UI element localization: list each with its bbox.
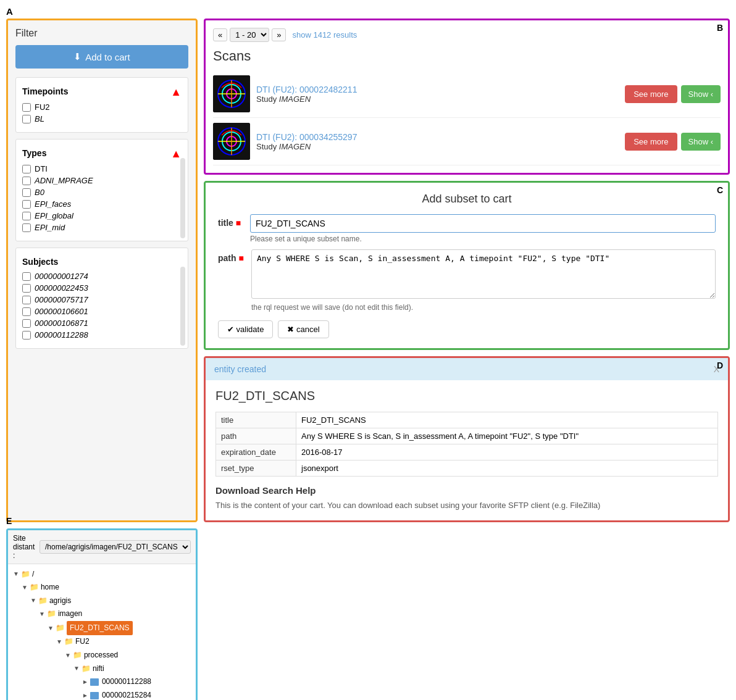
path-hint: the rql request we will save (do not edi… bbox=[251, 303, 716, 312]
download-title: Download Search Help bbox=[215, 485, 718, 496]
type-epi-global-row: EPI_global bbox=[22, 211, 182, 220]
subject-6-row: 000000112288 bbox=[22, 330, 182, 340]
tree-item-agrigis[interactable]: ▼ 📁 agrigis bbox=[13, 594, 191, 608]
agrigis-folder-icon: 📁 bbox=[38, 594, 48, 608]
subject-4-checkbox[interactable] bbox=[22, 307, 31, 316]
home-arrow: ▼ bbox=[22, 582, 28, 593]
file-1-icon bbox=[90, 678, 99, 686]
tree-item-file-2[interactable]: ► 000000215284 bbox=[13, 689, 191, 700]
type-epi-faces-checkbox[interactable] bbox=[22, 200, 31, 209]
form-actions: ✔ validate ✖ cancel bbox=[218, 320, 716, 338]
path-form-row: path ■ Any S WHERE S is Scan, S in_asses… bbox=[218, 249, 716, 312]
scans-title: Scans bbox=[213, 48, 721, 64]
type-b0-checkbox[interactable] bbox=[22, 188, 31, 197]
imagen-arrow: ▼ bbox=[39, 609, 45, 620]
timepoints-section: Timepoints ▲ FU2 BL bbox=[15, 77, 188, 133]
entity-details-table: title FU2_DTI_SCANS path Any S WHERE S i… bbox=[215, 412, 718, 477]
scan-link-2[interactable]: DTI (FU2): 000034255297 bbox=[256, 132, 357, 142]
entity-banner: entity created X bbox=[206, 358, 728, 380]
entity-expiration-key: expiration_date bbox=[216, 444, 296, 460]
title-form-label: title ■ bbox=[218, 214, 243, 228]
entity-body: FU2_DTI_SCANS title FU2_DTI_SCANS path A… bbox=[206, 380, 728, 520]
tree-item-processed[interactable]: ▼ 📁 processed bbox=[13, 649, 191, 662]
tree-item-fu2-dti[interactable]: ▼ 📁 FU2_DTI_SCANS bbox=[13, 621, 191, 636]
scan-info-1: DTI (FU2): 000022482211 Study IMAGEN bbox=[256, 85, 619, 104]
imagen-label: imagen bbox=[58, 607, 82, 621]
scan-actions-2: See more Show ‹ bbox=[625, 133, 721, 151]
subject-1-checkbox[interactable] bbox=[22, 272, 31, 281]
root-folder-icon: 📁 bbox=[21, 568, 30, 581]
validate-button[interactable]: ✔ validate bbox=[218, 320, 273, 338]
tree-item-file-1[interactable]: ► 000000112288 bbox=[13, 675, 191, 689]
file-2-label: 000000215284 bbox=[102, 689, 151, 700]
subject-6-label: 000000112288 bbox=[35, 330, 88, 340]
see-more-button-1[interactable]: See more bbox=[625, 85, 677, 103]
entity-name: FU2_DTI_SCANS bbox=[215, 389, 718, 403]
subject-1-row: 000000001274 bbox=[22, 272, 182, 281]
title-field-col: Please set a unique subset name. bbox=[250, 214, 716, 243]
tree-item-home[interactable]: ▼ 📁 home bbox=[13, 581, 191, 594]
pagination: « 1 - 20 » show 1412 results bbox=[213, 28, 721, 42]
entity-path-row: path Any S WHERE S is Scan, S in_assessm… bbox=[216, 428, 718, 444]
entity-title-key: title bbox=[216, 412, 296, 428]
type-adni-row: ADNI_MPRAGE bbox=[22, 176, 182, 185]
timepoint-fu2-label: FU2 bbox=[35, 102, 50, 112]
timepoint-bl-checkbox[interactable] bbox=[22, 115, 31, 123]
subject-3-checkbox[interactable] bbox=[22, 296, 31, 304]
add-to-cart-button[interactable]: ⬇ Add to cart bbox=[15, 45, 188, 69]
subject-6-checkbox[interactable] bbox=[22, 331, 31, 340]
page-select[interactable]: 1 - 20 bbox=[230, 28, 269, 42]
title-input[interactable] bbox=[250, 214, 716, 233]
type-adni-checkbox[interactable] bbox=[22, 177, 31, 185]
type-epi-mid-checkbox[interactable] bbox=[22, 223, 31, 232]
types-header: Types bbox=[22, 148, 46, 158]
see-more-button-2[interactable]: See more bbox=[625, 133, 677, 151]
scan-study-2: Study IMAGEN bbox=[256, 142, 619, 151]
prev-page-button[interactable]: « bbox=[213, 28, 227, 41]
scan-item-2: DTI (FU2): 000034255297 Study IMAGEN See… bbox=[213, 118, 721, 165]
tree-item-fu2[interactable]: ▼ 📁 FU2 bbox=[13, 635, 191, 649]
type-b0-label: B0 bbox=[35, 188, 44, 197]
type-epi-mid-label: EPI_mid bbox=[35, 223, 65, 232]
subject-5-checkbox[interactable] bbox=[22, 319, 31, 328]
types-scrollbar[interactable] bbox=[180, 158, 185, 238]
path-textarea[interactable]: Any S WHERE S is Scan, S in_assessment A… bbox=[251, 249, 716, 299]
panel-c-label: C bbox=[717, 185, 723, 195]
fu2-folder-icon: 📁 bbox=[64, 635, 73, 649]
cancel-button[interactable]: ✖ cancel bbox=[278, 320, 328, 338]
agrigis-label: agrigis bbox=[49, 594, 71, 608]
type-epi-faces-row: EPI_faces bbox=[22, 199, 182, 209]
entity-created-text: entity created bbox=[214, 364, 266, 374]
tree-item-root[interactable]: ▼ 📁 / bbox=[13, 568, 191, 581]
next-page-button[interactable]: » bbox=[272, 28, 286, 41]
file-1-label: 000000112288 bbox=[102, 675, 151, 689]
type-epi-global-checkbox[interactable] bbox=[22, 212, 31, 220]
file-tree-panel: Site distant : /home/agrigis/imagen/FU2_… bbox=[6, 528, 198, 701]
entity-rset-row: rset_type jsonexport bbox=[216, 460, 718, 477]
entity-expiration-row: expiration_date 2016-08-17 bbox=[216, 444, 718, 460]
timepoint-fu2-checkbox[interactable] bbox=[22, 103, 31, 112]
site-distant-label: Site distant : bbox=[13, 534, 37, 560]
subject-3-label: 000000075717 bbox=[35, 295, 88, 304]
tree-item-nifti[interactable]: ▼ 📁 nifti bbox=[13, 662, 191, 676]
entity-rset-value: jsonexport bbox=[296, 460, 718, 477]
subjects-scrollbar[interactable] bbox=[180, 267, 185, 346]
site-path-select[interactable]: /home/agrigis/imagen/FU2_DTI_SCANS bbox=[40, 540, 191, 554]
show-button-1[interactable]: Show ‹ bbox=[681, 85, 721, 103]
label-a: A bbox=[6, 6, 13, 17]
type-dti-checkbox[interactable] bbox=[22, 165, 31, 173]
scan-link-1[interactable]: DTI (FU2): 000022482211 bbox=[256, 85, 357, 94]
subject-5-label: 000000106871 bbox=[35, 319, 88, 328]
show-button-2[interactable]: Show ‹ bbox=[681, 133, 721, 151]
type-b0-row: B0 bbox=[22, 188, 182, 197]
type-dti-label: DTI bbox=[35, 164, 48, 173]
entity-title-value: FU2_DTI_SCANS bbox=[296, 412, 718, 428]
panel-d-label: D bbox=[717, 360, 723, 370]
subject-2-checkbox[interactable] bbox=[22, 284, 31, 293]
path-form-label: path ■ bbox=[218, 249, 244, 263]
scan-item-1: DTI (FU2): 000022482211 Study IMAGEN See… bbox=[213, 70, 721, 118]
title-hint: Please set a unique subset name. bbox=[250, 235, 716, 243]
filter-panel: Filter ⬇ Add to cart Timepoints ▲ FU2 BL bbox=[6, 19, 198, 522]
tree-item-imagen[interactable]: ▼ 📁 imagen bbox=[13, 607, 191, 621]
type-epi-global-label: EPI_global bbox=[35, 211, 73, 220]
